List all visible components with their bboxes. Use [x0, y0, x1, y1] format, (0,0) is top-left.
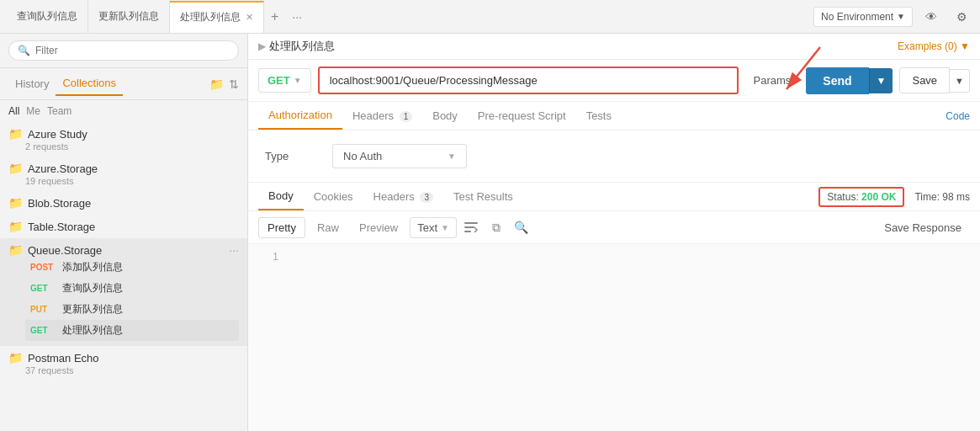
- tab-process[interactable]: 处理队列信息 ✕: [170, 1, 264, 33]
- tab-collections[interactable]: Collections: [56, 72, 123, 96]
- eye-icon-button[interactable]: 👁: [919, 5, 943, 29]
- search-response-icon-button[interactable]: 🔍: [511, 216, 532, 238]
- collection-dots-icon[interactable]: ···: [229, 243, 239, 257]
- collection-name: Table.Storage: [28, 221, 95, 233]
- resp-type-chevron-icon: ▼: [441, 223, 449, 232]
- tab-query-label: 查询队列信息: [17, 9, 77, 24]
- list-item[interactable]: GET 查询队列信息: [25, 278, 239, 299]
- tab-add-button[interactable]: +: [264, 9, 285, 24]
- sidebar: 🔍 History Collections 📁 ⇅ All Me Team 📁 …: [0, 34, 248, 431]
- save-btn-group: Save ▼: [899, 67, 970, 93]
- line-number: 1: [262, 251, 278, 263]
- resp-type-select[interactable]: Text ▼: [410, 217, 457, 238]
- main-layout: 🔍 History Collections 📁 ⇅ All Me Team 📁 …: [0, 34, 980, 431]
- top-tab-bar: 查询队列信息 更新队列信息 处理队列信息 ✕ + ··· No Environm…: [0, 0, 980, 34]
- sub-item-label: 处理队列信息: [62, 323, 123, 338]
- collection-name: Blob.Storage: [28, 197, 91, 210]
- tab-process-label: 处理队列信息: [180, 10, 241, 24]
- folder-icon: 📁: [8, 220, 23, 233]
- env-selector[interactable]: No Environment ▼: [813, 7, 913, 27]
- tab-history[interactable]: History: [8, 72, 56, 95]
- url-input[interactable]: [318, 67, 739, 94]
- filter-all[interactable]: All: [8, 105, 19, 117]
- collection-name: Queue.Storage: [28, 244, 102, 257]
- collection-table-storage[interactable]: 📁 Table.Storage: [0, 215, 247, 238]
- collection-azure-storage[interactable]: 📁 Azure.Storage 19 requests: [0, 157, 247, 191]
- collection-azure-study[interactable]: 📁 Azure Study 2 requests: [0, 122, 247, 157]
- tab-tests[interactable]: Tests: [576, 103, 622, 129]
- env-label: No Environment: [821, 11, 893, 23]
- request-header: ▶ 处理队列信息 Examples (0) ▼: [248, 34, 980, 60]
- response-tabs: Body Cookies Headers 3 Test Results Stat…: [248, 183, 980, 211]
- svg-rect-3: [464, 226, 474, 228]
- auth-type-select[interactable]: No Auth ▼: [332, 144, 467, 168]
- tab-close-icon[interactable]: ✕: [246, 12, 253, 23]
- params-button[interactable]: Params: [745, 69, 800, 92]
- collection-blob-storage[interactable]: 📁 Blob.Storage: [0, 191, 247, 215]
- sub-item-label: 更新队列信息: [62, 302, 123, 317]
- tab-authorization[interactable]: Authorization: [258, 102, 342, 130]
- search-input[interactable]: [35, 45, 230, 56]
- sidebar-tabs: History Collections 📁 ⇅: [0, 68, 247, 100]
- tab-headers-response[interactable]: Headers 3: [363, 184, 443, 210]
- wrap-icon-button[interactable]: [460, 216, 482, 238]
- save-dropdown-button[interactable]: ▼: [950, 69, 970, 93]
- status-badge: Status: 200 OK: [818, 187, 904, 207]
- filter-team[interactable]: Team: [47, 105, 72, 117]
- method-badge: PUT: [30, 305, 57, 314]
- sub-item-label: 添加队列信息: [62, 260, 123, 274]
- send-dropdown-button[interactable]: ▼: [869, 68, 893, 93]
- sidebar-filter: All Me Team: [0, 100, 247, 122]
- tab-query[interactable]: 查询队列信息: [7, 1, 88, 33]
- request-tabs: Authorization Headers 1 Body Pre-request…: [248, 102, 980, 130]
- copy-icon-button[interactable]: ⧉: [485, 216, 507, 238]
- list-item[interactable]: POST 添加队列信息: [25, 257, 239, 278]
- resp-tab-headers-label: Headers: [373, 190, 415, 203]
- send-button[interactable]: Send: [806, 67, 868, 94]
- tab-body[interactable]: Body: [422, 103, 468, 129]
- tab-pre-request[interactable]: Pre-request Script: [468, 103, 576, 129]
- collection-postman-echo[interactable]: 📁 Postman Echo 37 requests: [0, 346, 247, 380]
- method-badge: GET: [30, 284, 57, 293]
- resp-tab-tests-label: Test Results: [453, 190, 513, 203]
- method-selector[interactable]: GET ▼: [258, 68, 311, 93]
- sort-icon[interactable]: ⇅: [229, 77, 239, 91]
- topbar-right: No Environment ▼ 👁 ⚙: [813, 5, 973, 29]
- list-item[interactable]: PUT 更新队列信息: [25, 299, 239, 320]
- tab-body-response[interactable]: Body: [258, 183, 304, 210]
- folder-icon: 📁: [8, 243, 23, 257]
- auth-type-chevron-icon: ▼: [448, 152, 456, 161]
- folder-icon: 📁: [8, 351, 23, 364]
- tab-more-button[interactable]: ···: [285, 10, 309, 24]
- filter-me[interactable]: Me: [26, 105, 40, 117]
- tab-body-label: Body: [432, 109, 458, 122]
- sidebar-search-area: 🔍: [0, 34, 247, 68]
- code-link[interactable]: Code: [946, 110, 970, 122]
- collection-count: 37 requests: [8, 365, 239, 375]
- format-pretty-button[interactable]: Pretty: [258, 217, 305, 238]
- tab-test-results[interactable]: Test Results: [443, 184, 523, 210]
- collection-queue-storage[interactable]: 📁 Queue.Storage ··· POST 添加队列信息 GET 查询队列…: [0, 238, 247, 346]
- auth-type-row: Type No Auth ▼: [265, 144, 963, 168]
- response-status: Status: 200 OK Time: 98 ms: [818, 187, 970, 207]
- breadcrumb-arrow-icon: ▶: [258, 40, 266, 52]
- svg-rect-4: [464, 231, 471, 232]
- save-response-button[interactable]: Save Response: [876, 218, 970, 237]
- tab-update[interactable]: 更新队列信息: [88, 1, 170, 33]
- resp-tab-body-label: Body: [268, 189, 294, 202]
- method-chevron-icon: ▼: [294, 76, 302, 85]
- tab-headers[interactable]: Headers 1: [342, 103, 422, 129]
- list-item[interactable]: GET 处理队列信息: [25, 320, 239, 341]
- response-area: Body Cookies Headers 3 Test Results Stat…: [248, 183, 980, 431]
- save-button[interactable]: Save: [899, 67, 950, 93]
- format-preview-button[interactable]: Preview: [351, 218, 406, 237]
- response-body: 1: [248, 244, 980, 431]
- tab-cookies[interactable]: Cookies: [304, 184, 363, 210]
- new-collection-icon[interactable]: 📁: [209, 77, 224, 91]
- gear-icon-button[interactable]: ⚙: [950, 5, 973, 29]
- format-raw-button[interactable]: Raw: [309, 218, 347, 237]
- breadcrumb: 处理队列信息: [269, 39, 335, 54]
- collection-name: Azure.Storage: [28, 162, 98, 175]
- examples-link[interactable]: Examples (0) ▼: [898, 40, 970, 52]
- svg-rect-2: [464, 222, 478, 224]
